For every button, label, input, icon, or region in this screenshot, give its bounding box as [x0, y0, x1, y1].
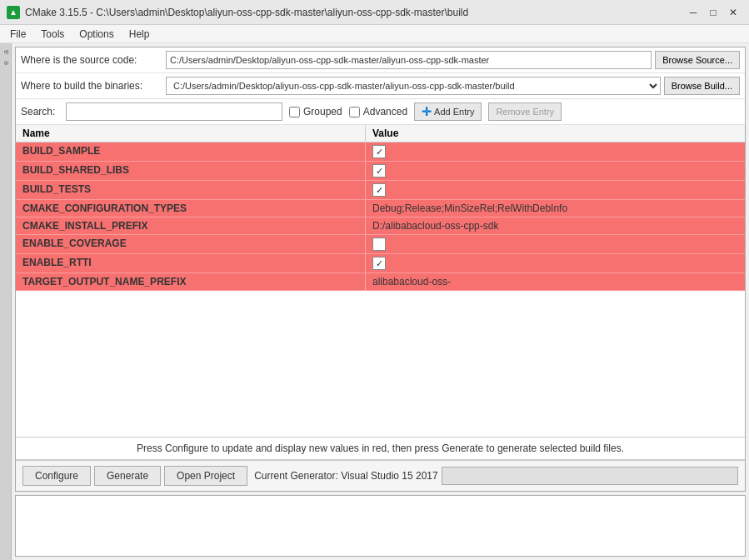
checkbox-cell[interactable] — [372, 183, 386, 197]
main-panel: Where is the source code: Browse Source.… — [15, 47, 746, 492]
checkbox-cell[interactable] — [372, 238, 386, 251]
source-path-row: Where is the source code: Browse Source.… — [16, 48, 745, 73]
menu-bar: File Tools Options Help — [0, 25, 749, 43]
outer-wrapper: a e Where is the source code: Browse Sou… — [0, 43, 749, 560]
table-row: ENABLE_RTTI — [16, 254, 745, 273]
cmake-icon: ▲ — [7, 6, 20, 19]
entry-name: CMAKE_INSTALL_PREFIX — [16, 218, 366, 234]
title-bar: ▲ CMake 3.15.5 - C:\Users\admin\Desktop\… — [0, 0, 749, 25]
grouped-checkbox-group: Grouped — [289, 106, 342, 118]
search-row: Search: Grouped Advanced ✛ Add Entry Rem… — [16, 99, 745, 125]
generate-button[interactable]: Generate — [94, 466, 161, 486]
browse-build-button[interactable]: Browse Build... — [664, 77, 740, 95]
entry-name: ENABLE_RTTI — [16, 254, 366, 272]
grouped-checkbox[interactable] — [289, 107, 300, 118]
build-path-row: Where to build the binaries: C:/Users/ad… — [16, 73, 745, 99]
entry-value: alibabacloud-oss- — [366, 273, 745, 290]
close-button[interactable]: ✕ — [724, 4, 742, 21]
entry-value[interactable] — [366, 235, 745, 253]
checkbox-cell[interactable] — [372, 145, 386, 158]
entry-value[interactable] — [366, 181, 745, 199]
advanced-label: Advanced — [363, 106, 407, 118]
window-controls: ─ □ ✕ — [684, 4, 742, 21]
entry-value[interactable] — [366, 254, 745, 272]
menu-file[interactable]: File — [3, 27, 32, 42]
source-label: Where is the source code: — [21, 54, 162, 66]
search-input[interactable] — [66, 102, 282, 121]
browse-source-button[interactable]: Browse Source... — [655, 51, 740, 69]
menu-options[interactable]: Options — [72, 27, 120, 42]
status-text: Press Configure to update and display ne… — [16, 438, 745, 460]
open-project-button[interactable]: Open Project — [164, 466, 247, 486]
table-row: BUILD_TESTS — [16, 181, 745, 200]
menu-tools[interactable]: Tools — [34, 27, 71, 42]
add-entry-button[interactable]: ✛ Add Entry — [414, 102, 482, 121]
menu-help[interactable]: Help — [122, 27, 157, 42]
table-row: TARGET_OUTPUT_NAME_PREFIX alibabacloud-o… — [16, 273, 745, 291]
table-row: BUILD_SHARED_LIBS — [16, 162, 745, 181]
entry-name: BUILD_SAMPLE — [16, 142, 366, 161]
minimize-button[interactable]: ─ — [684, 4, 702, 21]
add-entry-label: Add Entry — [434, 107, 474, 117]
log-area — [15, 495, 746, 557]
build-input[interactable]: C:/Users/admin/Desktop/aliyun-oss-cpp-sd… — [166, 77, 661, 95]
window-title: CMake 3.15.5 - C:\Users\admin\Desktop\al… — [25, 7, 468, 18]
remove-entry-button[interactable]: Remove Entry — [488, 102, 562, 121]
left-tab-e: e — [1, 58, 11, 68]
table-row: BUILD_SAMPLE — [16, 142, 745, 162]
left-tab-a: a — [1, 47, 11, 58]
entry-name: BUILD_TESTS — [16, 181, 366, 199]
generator-label: Current Generator: Visual Studio 15 2017 — [254, 470, 438, 482]
entry-name: TARGET_OUTPUT_NAME_PREFIX — [16, 273, 366, 290]
maximize-button[interactable]: □ — [704, 4, 722, 21]
entry-name: BUILD_SHARED_LIBS — [16, 162, 366, 180]
value-column-header: Value — [366, 125, 745, 142]
source-input[interactable] — [166, 51, 652, 69]
table-row: ENABLE_COVERAGE — [16, 235, 745, 254]
table-header: Name Value — [16, 125, 745, 142]
entry-value[interactable] — [366, 142, 745, 161]
advanced-checkbox-group: Advanced — [349, 106, 407, 118]
table-row: CMAKE_INSTALL_PREFIX D:/alibabacloud-oss… — [16, 218, 745, 235]
entry-name: CMAKE_CONFIGURATION_TYPES — [16, 200, 366, 217]
add-icon: ✛ — [422, 105, 432, 118]
build-label: Where to build the binaries: — [21, 80, 162, 92]
name-column-header: Name — [16, 125, 366, 142]
entry-name: ENABLE_COVERAGE — [16, 235, 366, 253]
entries-table: Name Value BUILD_SAMPLE BUILD_SHARED_LIB… — [16, 125, 745, 438]
entry-value: Debug;Release;MinSizeRel;RelWithDebInfo — [366, 200, 745, 217]
advanced-checkbox[interactable] — [349, 107, 360, 118]
checkbox-cell[interactable] — [372, 164, 386, 178]
left-tab: a e — [0, 43, 12, 560]
center-content: Where is the source code: Browse Source.… — [12, 43, 749, 560]
grouped-label: Grouped — [303, 106, 342, 118]
entry-value[interactable] — [366, 162, 745, 180]
bottom-bar: Configure Generate Open Project Current … — [16, 460, 745, 491]
title-bar-left: ▲ CMake 3.15.5 - C:\Users\admin\Desktop\… — [7, 6, 468, 19]
search-label: Search: — [21, 106, 59, 118]
table-row: CMAKE_CONFIGURATION_TYPES Debug;Release;… — [16, 200, 745, 218]
entry-value: D:/alibabacloud-oss-cpp-sdk — [366, 218, 745, 234]
generator-input[interactable] — [442, 467, 738, 485]
checkbox-cell[interactable] — [372, 257, 386, 270]
configure-button[interactable]: Configure — [22, 466, 91, 486]
